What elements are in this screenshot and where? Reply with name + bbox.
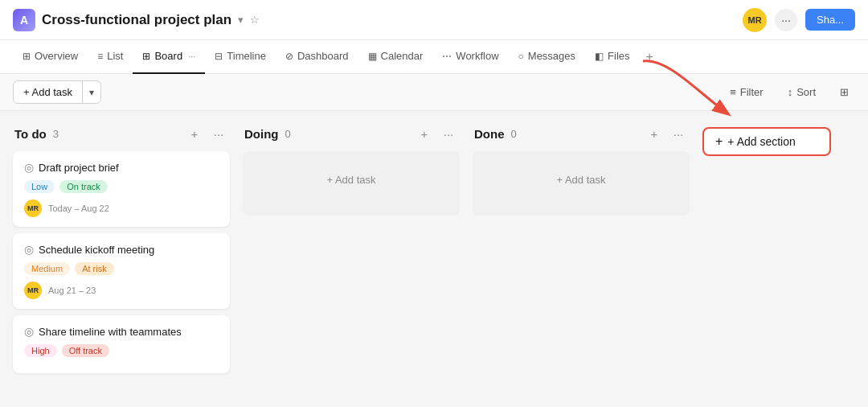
tab-dashboard-label: Dashboard [297,50,349,62]
column-doing-title: Doing [244,127,279,141]
share-button[interactable]: Sha... [805,9,855,31]
task-kickoff-meta: MR Aug 21 – 23 [24,282,219,299]
group-button[interactable]: ⊞ [833,82,855,102]
tab-workflow-label: Workflow [456,50,498,62]
column-done-more[interactable]: ··· [669,124,688,143]
add-section-button[interactable]: + + Add section [702,127,831,156]
column-done-header: Done 0 + ··· [473,124,690,143]
tab-messages-label: Messages [528,50,575,62]
tab-list[interactable]: ≡ List [88,40,133,74]
column-done-title: Done [474,127,505,141]
dashboard-icon: ⊘ [285,51,293,62]
add-tab-button[interactable]: + [640,40,660,74]
column-done-add[interactable]: + [645,124,664,143]
tab-workflow[interactable]: ⋯ Workflow [432,40,508,74]
board-more-icon[interactable]: ··· [188,51,195,61]
column-todo-add[interactable]: + [185,124,204,143]
task-timeline-tags: High Off track [24,344,219,357]
toolbar-right: ≡ Filter ↕ Sort ⊞ [723,82,855,102]
column-todo-header: To do 3 + ··· [13,124,230,143]
list-icon: ≡ [97,51,103,62]
column-todo-title: To do [14,127,47,141]
add-section-label: + Add section [727,135,795,148]
tag-low: Low [24,180,55,193]
tab-timeline[interactable]: ⊟ Timeline [205,40,276,74]
add-section-plus: + [715,134,723,149]
filter-button[interactable]: ≡ Filter [723,82,769,102]
workflow-icon: ⋯ [442,51,452,62]
task-timeline-title: ◎ Share timeline with teammates [24,325,219,338]
tag-medium: Medium [24,262,70,275]
tab-files-label: Files [608,50,629,62]
star-icon[interactable]: ☆ [250,14,260,26]
project-title: Cross-functional project plan [42,12,231,28]
files-icon: ◧ [595,51,604,62]
tab-dashboard[interactable]: ⊘ Dashboard [276,40,358,74]
task-card-draft[interactable]: ◎ Draft project brief Low On track MR To… [13,151,230,227]
column-done-count: 0 [511,128,517,140]
task-kickoff-avatar: MR [24,282,42,299]
task-draft-avatar: MR [24,199,42,217]
toolbar-left: + Add task ▾ [13,80,101,104]
column-todo-actions: + ··· [185,124,228,143]
add-task-button[interactable]: + Add task ▾ [13,80,101,104]
tab-calendar[interactable]: ▦ Calendar [358,40,433,74]
tab-overview[interactable]: ⊞ Overview [13,40,88,74]
column-doing-actions: + ··· [415,124,458,143]
column-doing-count: 0 [285,128,291,140]
column-todo: To do 3 + ··· ◎ Draft project brief Low … [13,124,230,380]
board-icon: ⊞ [142,51,150,62]
column-doing-more[interactable]: ··· [439,124,458,143]
task-kickoff-title: ◎ Schedule kickoff meeting [24,243,219,256]
app-icon: A [13,9,35,31]
nav-tabs: ⊞ Overview ≡ List ⊞ Board ··· ⊟ Timeline… [0,40,868,74]
done-add-task-button[interactable]: + Add task [473,164,690,195]
tab-overview-label: Overview [35,50,78,62]
task-check-icon-2: ◎ [24,243,34,256]
add-task-dropdown-arrow[interactable]: ▾ [83,82,100,103]
sort-icon: ↕ [788,86,793,98]
column-todo-count: 3 [53,128,59,140]
column-done: Done 0 + ··· + Add task [473,124,690,216]
tag-on-track: On track [59,180,108,193]
task-draft-title: ◎ Draft project brief [24,161,219,174]
column-doing-add[interactable]: + [415,124,434,143]
task-draft-meta: MR Today – Aug 22 [24,199,219,217]
add-task-label[interactable]: + Add task [14,81,83,103]
task-draft-tags: Low On track [24,180,219,193]
doing-add-task-button[interactable]: + Add task [243,164,460,195]
task-kickoff-tags: Medium At risk [24,262,219,275]
tab-messages[interactable]: ○ Messages [509,40,586,74]
column-doing: Doing 0 + ··· + Add task [243,124,460,216]
column-doing-empty: + Add task [243,151,460,216]
column-done-empty: + Add task [473,151,690,216]
tab-files[interactable]: ◧ Files [585,40,639,74]
board-area: To do 3 + ··· ◎ Draft project brief Low … [0,111,868,407]
filter-icon: ≡ [730,86,736,98]
task-card-kickoff[interactable]: ◎ Schedule kickoff meeting Medium At ris… [13,233,230,309]
timeline-icon: ⊟ [215,51,223,62]
more-button[interactable]: ··· [775,9,797,31]
add-section-container: + + Add section [702,125,831,156]
tag-high: High [24,344,57,357]
tab-calendar-label: Calendar [381,50,424,62]
column-doing-header: Doing 0 + ··· [243,124,460,143]
column-todo-more[interactable]: ··· [209,124,228,143]
overview-icon: ⊞ [23,51,31,62]
sort-button[interactable]: ↕ Sort [781,82,822,102]
calendar-icon: ▦ [368,51,377,62]
dropdown-icon[interactable]: ▾ [238,14,244,26]
top-bar-left: A Cross-functional project plan ▾ ☆ [13,9,260,31]
task-card-timeline[interactable]: ◎ Share timeline with teammates High Off… [13,315,230,373]
tab-board[interactable]: ⊞ Board ··· [133,40,205,74]
tag-off-track: Off track [62,344,109,357]
top-bar-right: MR ··· Sha... [743,8,855,32]
task-check-icon-3: ◎ [24,325,34,338]
sort-label: Sort [796,86,816,98]
task-draft-date: Today – Aug 22 [48,204,109,213]
tab-board-label: Board [154,50,182,62]
messages-icon: ○ [518,51,524,62]
task-kickoff-date: Aug 21 – 23 [48,286,96,295]
tab-timeline-label: Timeline [227,50,266,62]
avatar: MR [743,8,767,32]
